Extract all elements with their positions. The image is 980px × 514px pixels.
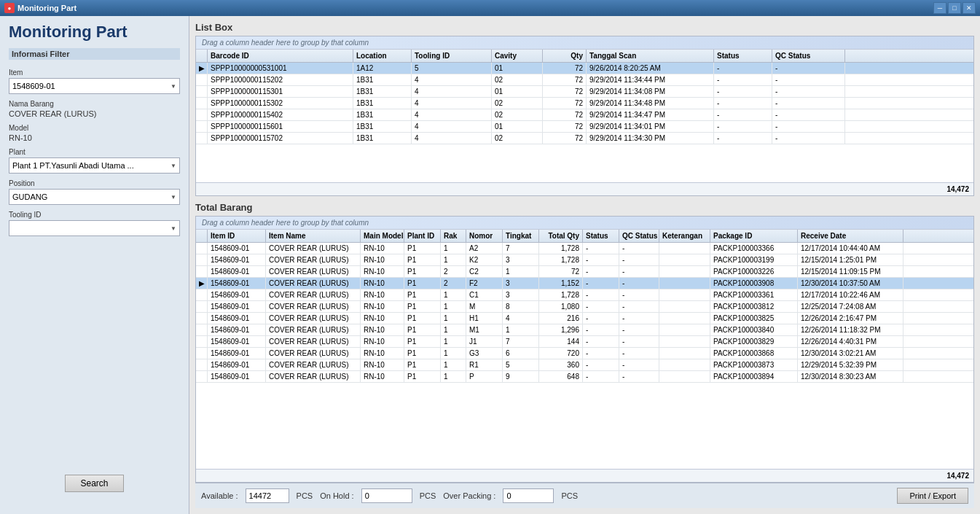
header-tooling[interactable]: Tooling ID [412, 50, 492, 62]
row-receivedate: 12/26/2014 11:18:32 PM [798, 324, 903, 335]
search-button[interactable]: Search [65, 475, 123, 492]
row-cavity: 02 [492, 98, 543, 109]
tooling-dropdown[interactable]: ▼ [9, 220, 180, 236]
list-item[interactable]: 1548609-01 COVER REAR (LURUS) RN-10 P1 1… [196, 336, 973, 348]
row-tingkat: 1 [503, 324, 539, 335]
bot-header-itemid[interactable]: Item ID [208, 230, 266, 242]
row-tanggal: 9/29/2014 11:34:47 PM [587, 109, 714, 120]
restore-button[interactable]: □ [948, 2, 961, 14]
onhold-input[interactable] [361, 488, 412, 503]
right-panel: List Box Drag a column header here to gr… [189, 16, 980, 514]
header-status[interactable]: Status [714, 50, 772, 62]
header-qty[interactable]: Qty [543, 50, 587, 62]
row-arrow [196, 301, 208, 312]
row-itemname: COVER REAR (LURUS) [266, 243, 361, 254]
row-packageid: PACKP100003873 [710, 359, 798, 370]
list-item[interactable]: 1548609-01 COVER REAR (LURUS) RN-10 P1 1… [196, 313, 973, 324]
row-arrow [196, 371, 208, 382]
totalbarang-total: 14,472 [946, 472, 969, 480]
close-button[interactable]: ✕ [963, 2, 976, 14]
bot-header-nomor[interactable]: Nomor [466, 230, 503, 242]
minimize-button[interactable]: ─ [933, 2, 946, 14]
row-nomor: K2 [466, 254, 503, 265]
row-keterangan [659, 359, 710, 370]
position-dropdown[interactable]: GUDANG ▼ [9, 189, 180, 205]
row-arrow: ▶ [196, 278, 208, 289]
row-receivedate: 12/17/2014 10:22:46 AM [798, 289, 903, 300]
bot-header-tingkat[interactable]: Tingkat [503, 230, 539, 242]
row-barcode: SPPP1000000115202 [208, 74, 353, 85]
header-barcode[interactable]: Barcode ID [208, 50, 353, 62]
list-item[interactable]: 1548609-01 COVER REAR (LURUS) RN-10 P1 1… [196, 243, 973, 254]
bot-header-status[interactable]: Status [583, 230, 619, 242]
window-controls[interactable]: ─ □ ✕ [933, 2, 976, 14]
row-keterangan [659, 266, 710, 277]
header-cavity[interactable]: Cavity [492, 50, 543, 62]
bot-header-plant[interactable]: Plant ID [404, 230, 441, 242]
totalbarang-grid: Drag a column header here to group by th… [195, 216, 974, 483]
list-item[interactable]: 1548609-01 COVER REAR (LURUS) RN-10 P1 1… [196, 254, 973, 266]
row-rak: 1 [441, 348, 466, 359]
available-input[interactable] [246, 488, 289, 503]
row-totalqty: 144 [539, 336, 583, 347]
bot-header-packageid[interactable]: Package ID [710, 230, 798, 242]
row-barcode: SPPP1000000115402 [208, 109, 353, 120]
table-row[interactable]: SPPP1000000115702 1B31 4 02 72 9/29/2014… [196, 133, 973, 144]
row-packageid: PACKP100003226 [710, 266, 798, 277]
bot-header-keterangan[interactable]: Keterangan [659, 230, 710, 242]
row-qcstatus: - [619, 254, 659, 265]
row-location: 1A12 [353, 63, 412, 74]
table-row[interactable]: SPPP1000000115302 1B31 4 02 72 9/29/2014… [196, 98, 973, 109]
row-totalqty: 1,296 [539, 324, 583, 335]
row-status: - [714, 86, 772, 97]
row-tanggal: 9/29/2014 11:34:30 PM [587, 133, 714, 144]
row-qty: 72 [543, 63, 587, 74]
header-qcstatus[interactable]: QC Status [772, 50, 845, 62]
row-rak: 2 [441, 278, 466, 289]
bot-header-receivedate[interactable]: Receive Date [798, 230, 903, 242]
table-row[interactable]: ▶ SPPP10000000531001 1A12 5 01 72 9/26/2… [196, 63, 973, 74]
row-status: - [583, 243, 619, 254]
bot-header-qcstatus[interactable]: QC Status [619, 230, 659, 242]
header-tanggal[interactable]: Tanggal Scan [587, 50, 714, 62]
plant-dropdown[interactable]: Plant 1 PT.Yasunli Abadi Utama ... ▼ [9, 157, 180, 174]
header-location[interactable]: Location [353, 50, 412, 62]
bot-header-rak[interactable]: Rak [441, 230, 466, 242]
row-itemid: 1548609-01 [208, 289, 266, 300]
row-itemname: COVER REAR (LURUS) [266, 289, 361, 300]
list-item[interactable]: 1548609-01 COVER REAR (LURUS) RN-10 P1 1… [196, 301, 973, 313]
list-item[interactable]: 1548609-01 COVER REAR (LURUS) RN-10 P1 1… [196, 359, 973, 371]
model-value: RN-10 [9, 133, 180, 142]
print-export-button[interactable]: Print / Export [897, 488, 968, 504]
list-item[interactable]: 1548609-01 COVER REAR (LURUS) RN-10 P1 1… [196, 289, 973, 301]
list-item[interactable]: 1548609-01 COVER REAR (LURUS) RN-10 P1 1… [196, 324, 973, 336]
bot-header-model[interactable]: Main Model [361, 230, 404, 242]
row-nomor: C2 [466, 266, 503, 277]
row-itemid: 1548609-01 [208, 336, 266, 347]
list-item[interactable]: ▶ 1548609-01 COVER REAR (LURUS) RN-10 P1… [196, 278, 973, 289]
table-row[interactable]: SPPP1000000115301 1B31 4 01 72 9/29/2014… [196, 86, 973, 98]
table-row[interactable]: SPPP1000000115202 1B31 4 02 72 9/29/2014… [196, 74, 973, 86]
listbox-footer: 14,472 [196, 182, 973, 195]
list-item[interactable]: 1548609-01 COVER REAR (LURUS) RN-10 P1 1… [196, 348, 973, 359]
row-itemid: 1548609-01 [208, 371, 266, 382]
list-item[interactable]: 1548609-01 COVER REAR (LURUS) RN-10 P1 2… [196, 266, 973, 278]
onhold-label: On Hold : [320, 491, 353, 500]
row-packageid: PACKP100003825 [710, 313, 798, 324]
list-item[interactable]: 1548609-01 COVER REAR (LURUS) RN-10 P1 1… [196, 371, 973, 383]
row-itemname: COVER REAR (LURUS) [266, 324, 361, 335]
row-arrow [196, 324, 208, 335]
table-row[interactable]: SPPP1000000115402 1B31 4 02 72 9/29/2014… [196, 109, 973, 121]
table-row[interactable]: SPPP1000000115601 1B31 4 01 72 9/29/2014… [196, 121, 973, 133]
position-dropdown-arrow: ▼ [170, 194, 176, 200]
row-packageid: PACKP100003908 [710, 278, 798, 289]
overpacking-input[interactable] [503, 488, 554, 503]
row-packageid: PACKP100003361 [710, 289, 798, 300]
bot-header-itemname[interactable]: Item Name [266, 230, 361, 242]
item-dropdown[interactable]: 1548609-01 ▼ [9, 78, 180, 94]
bot-header-totalqty[interactable]: Total Qty [539, 230, 583, 242]
row-tingkat: 4 [503, 313, 539, 324]
row-arrow [196, 109, 208, 120]
item-value: 1548609-01 [12, 82, 55, 90]
row-keterangan [659, 336, 710, 347]
